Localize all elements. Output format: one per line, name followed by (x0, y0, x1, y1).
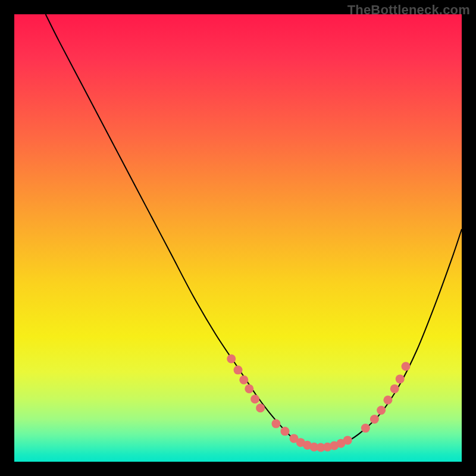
highlight-dot (239, 375, 248, 384)
gradient-background (14, 14, 462, 462)
watermark-text: TheBottleneck.com (347, 2, 470, 18)
highlight-dot (227, 355, 236, 364)
highlight-dot (280, 427, 289, 436)
highlight-dot (377, 406, 386, 415)
highlight-dot (383, 396, 392, 405)
highlight-dot (271, 419, 280, 428)
highlight-dot (396, 374, 405, 383)
highlight-dot (361, 424, 370, 433)
highlight-dot (370, 415, 379, 424)
chart-svg (14, 14, 462, 462)
highlight-dot (234, 365, 243, 374)
highlight-dot (250, 394, 259, 403)
highlight-dot (245, 384, 253, 393)
highlight-dot (256, 403, 265, 412)
plot-area (14, 14, 462, 462)
highlight-dot (390, 384, 399, 393)
highlight-dot (343, 436, 352, 444)
highlight-dot (402, 362, 411, 371)
chart-frame: TheBottleneck.com (0, 0, 476, 476)
